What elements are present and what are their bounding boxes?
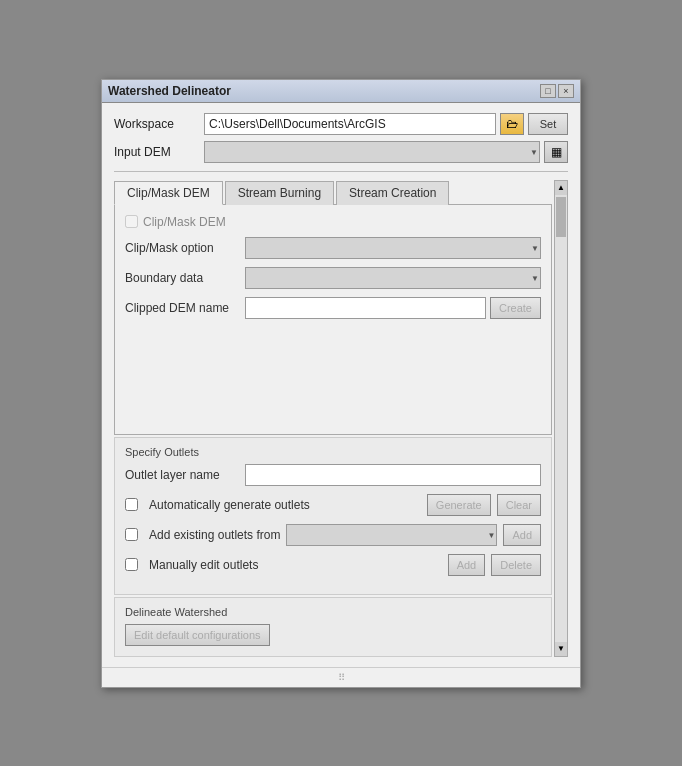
tab-clip-mask[interactable]: Clip/Mask DEM	[114, 181, 223, 205]
bottom-bar: ⠿	[102, 667, 580, 687]
add-existing-checkbox[interactable]	[125, 528, 138, 541]
title-bar-controls: □ ×	[540, 84, 574, 98]
clip-mask-option-row: Clip/Mask option ▼	[125, 237, 541, 259]
specify-outlets-section: Specify Outlets Outlet layer name Automa…	[114, 437, 552, 595]
manually-add-button[interactable]: Add	[448, 554, 486, 576]
folder-icon: 🗁	[506, 117, 518, 131]
clipped-dem-name-label: Clipped DEM name	[125, 301, 245, 315]
auto-generate-row: Automatically generate outlets Generate …	[125, 494, 541, 516]
boundary-data-label: Boundary data	[125, 271, 245, 285]
add-existing-select[interactable]	[286, 524, 497, 546]
window-content: Workspace 🗁 Set Input DEM ▼ ▦	[102, 103, 580, 667]
edit-default-config-button[interactable]: Edit default configurations	[125, 624, 270, 646]
clip-mask-checkbox[interactable]	[125, 215, 138, 228]
clip-mask-checkbox-label: Clip/Mask DEM	[143, 215, 226, 229]
workspace-input[interactable]	[204, 113, 496, 135]
add-existing-row: Add existing outlets from ▼ Add	[125, 524, 541, 546]
close-button[interactable]: ×	[558, 84, 574, 98]
clipped-dem-name-row: Clipped DEM name Create	[125, 297, 541, 319]
workspace-folder-button[interactable]: 🗁	[500, 113, 524, 135]
delineate-watershed-section: Delineate Watershed Edit default configu…	[114, 597, 552, 657]
clear-button[interactable]: Clear	[497, 494, 541, 516]
workspace-row: Workspace 🗁 Set	[114, 113, 568, 135]
clipped-dem-name-input[interactable]	[245, 297, 486, 319]
auto-generate-label: Automatically generate outlets	[149, 498, 421, 512]
tab-stream-creation[interactable]: Stream Creation	[336, 181, 449, 205]
clip-mask-option-select-wrap: ▼	[245, 237, 541, 259]
add-existing-select-wrap: ▼	[286, 524, 497, 546]
clip-mask-option-select[interactable]	[245, 237, 541, 259]
main-window: Watershed Delineator □ × Workspace 🗁 Set…	[101, 79, 581, 688]
delineate-watershed-title: Delineate Watershed	[125, 606, 541, 618]
tab-panel-clip-mask: Clip/Mask DEM Clip/Mask option ▼	[114, 205, 552, 435]
scrollbar-up-button[interactable]: ▲	[555, 181, 567, 195]
input-dem-layer-button[interactable]: ▦	[544, 141, 568, 163]
manually-edit-label: Manually edit outlets	[149, 558, 442, 572]
specify-outlets-title: Specify Outlets	[125, 446, 541, 458]
clip-mask-option-label: Clip/Mask option	[125, 241, 245, 255]
vertical-scrollbar[interactable]: ▲ ▼	[554, 180, 568, 657]
add-existing-label: Add existing outlets from	[149, 528, 280, 542]
scrollbar-thumb[interactable]	[556, 197, 566, 237]
input-dem-label: Input DEM	[114, 145, 204, 159]
scrollbar-area: Clip/Mask DEM Stream Burning Stream Crea…	[114, 180, 568, 657]
layer-icon: ▦	[551, 145, 562, 159]
tab-stream-burning[interactable]: Stream Burning	[225, 181, 334, 205]
manually-edit-checkbox[interactable]	[125, 558, 138, 571]
clip-mask-checkbox-row: Clip/Mask DEM	[125, 215, 541, 229]
boundary-data-row: Boundary data ▼	[125, 267, 541, 289]
auto-generate-checkbox[interactable]	[125, 498, 138, 511]
title-bar: Watershed Delineator □ ×	[102, 80, 580, 103]
generate-button[interactable]: Generate	[427, 494, 491, 516]
scrollbar-down-button[interactable]: ▼	[555, 642, 567, 656]
workspace-label: Workspace	[114, 117, 204, 131]
workspace-set-button[interactable]: Set	[528, 113, 568, 135]
outlet-layer-name-row: Outlet layer name	[125, 464, 541, 486]
outlet-layer-name-input[interactable]	[245, 464, 541, 486]
minimize-button[interactable]: □	[540, 84, 556, 98]
create-button[interactable]: Create	[490, 297, 541, 319]
add-existing-button[interactable]: Add	[503, 524, 541, 546]
divider-1	[114, 171, 568, 172]
manually-delete-button[interactable]: Delete	[491, 554, 541, 576]
boundary-data-select-wrap: ▼	[245, 267, 541, 289]
tab-bar: Clip/Mask DEM Stream Burning Stream Crea…	[114, 180, 552, 205]
outlet-layer-name-label: Outlet layer name	[125, 468, 245, 482]
input-dem-select[interactable]	[204, 141, 540, 163]
input-dem-select-wrapper: ▼	[204, 141, 540, 163]
resize-grip-icon: ⠿	[338, 672, 345, 683]
boundary-data-select[interactable]	[245, 267, 541, 289]
main-area: Clip/Mask DEM Stream Burning Stream Crea…	[114, 180, 552, 657]
manually-edit-row: Manually edit outlets Add Delete	[125, 554, 541, 576]
input-dem-row: Input DEM ▼ ▦	[114, 141, 568, 163]
window-title: Watershed Delineator	[108, 84, 231, 98]
